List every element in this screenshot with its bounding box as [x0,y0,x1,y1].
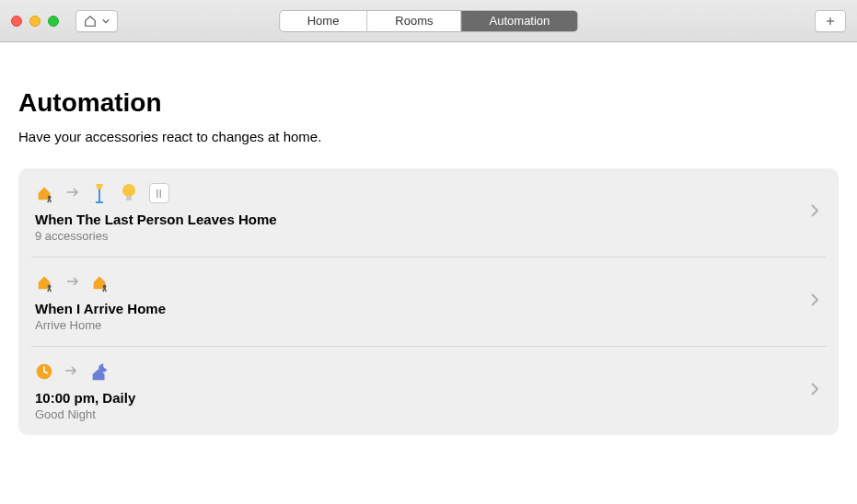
arrow-right-icon [66,276,79,289]
automation-icon-strip [35,271,822,293]
chevron-right-icon [811,293,818,310]
automation-row[interactable]: When I Arrive Home Arrive Home [31,258,826,347]
automation-title: When The Last Person Leaves Home [35,212,822,227]
home-selector-dropdown[interactable] [75,10,118,32]
house-leave-icon [35,183,55,203]
tab-automation[interactable]: Automation [462,11,578,31]
minimize-window-button[interactable] [29,16,41,27]
tab-rooms[interactable]: Rooms [367,11,461,31]
svg-point-5 [122,184,135,197]
automation-row[interactable]: 10:00 pm, Daily Good Night [31,347,826,435]
clock-icon [35,362,53,381]
automation-list: || When The Last Person Leaves Home 9 ac… [18,168,839,435]
add-button[interactable] [815,10,846,32]
content-area: Automation Have your accessories react t… [0,42,857,453]
floor-lamp-icon [90,182,109,204]
automation-title: 10:00 pm, Daily [35,390,822,406]
window-controls [11,16,59,27]
chevron-down-icon [102,17,110,25]
arrow-right-icon [66,187,79,200]
night-house-icon [88,361,110,383]
automation-subtitle: 9 accessories [35,229,822,243]
titlebar: Home Rooms Automation [0,0,857,42]
bulb-icon [120,183,138,203]
plus-icon [824,15,837,28]
house-icon [84,15,97,28]
house-arrive-icon [35,272,55,292]
svg-rect-6 [126,196,132,200]
view-tabs: Home Rooms Automation [279,10,579,32]
close-window-button[interactable] [11,16,22,27]
automation-subtitle: Arrive Home [35,318,822,332]
house-arrive-icon [90,272,110,292]
tab-home[interactable]: Home [280,11,368,31]
chevron-right-icon [811,383,818,399]
automation-title: When I Arrive Home [35,301,822,316]
zoom-window-button[interactable] [48,16,59,27]
page-subtitle: Have your accessories react to changes a… [18,129,839,144]
automation-icon-strip: || [35,182,822,204]
automation-row[interactable]: || When The Last Person Leaves Home 9 ac… [31,168,826,258]
page-title: Automation [18,88,839,118]
arrow-right-icon [64,365,77,378]
automation-subtitle: Good Night [35,407,822,421]
switch-icon: || [149,183,169,203]
automation-icon-strip [35,361,822,383]
chevron-right-icon [811,204,818,221]
